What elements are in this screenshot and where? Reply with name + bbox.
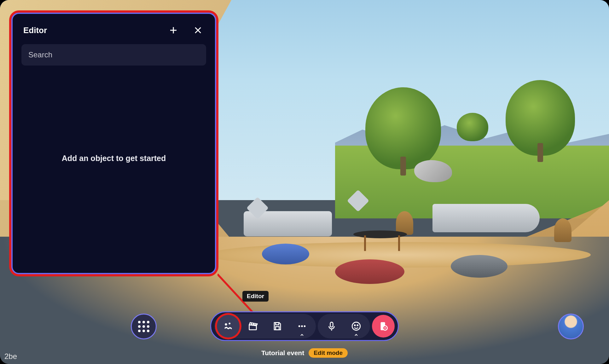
action-button[interactable]	[241, 315, 264, 338]
more-button[interactable]	[291, 315, 313, 338]
tree	[457, 113, 488, 141]
svg-point-5	[225, 323, 227, 326]
coffee-table	[353, 230, 407, 238]
close-icon	[193, 26, 203, 35]
svg-rect-15	[330, 322, 333, 327]
editor-title: Editor	[23, 26, 47, 35]
more-icon	[297, 321, 307, 332]
ottoman-grey	[451, 255, 508, 278]
smile-icon	[351, 321, 362, 332]
clapper-icon	[247, 321, 258, 332]
chevron-up-icon	[354, 334, 358, 336]
grid-icon	[138, 321, 149, 332]
search-input[interactable]	[21, 44, 206, 66]
ottoman-red	[335, 259, 404, 284]
leave-icon	[378, 321, 389, 332]
svg-point-12	[299, 325, 300, 327]
svg-point-6	[229, 323, 230, 325]
corner-code: 2be	[4, 352, 17, 361]
microphone-button[interactable]	[320, 315, 343, 338]
avatar-button[interactable]	[558, 314, 584, 339]
bottom-toolbar	[210, 311, 399, 341]
sofa	[432, 204, 540, 232]
svg-point-19	[357, 325, 358, 326]
tree	[365, 87, 441, 169]
editor-button[interactable]	[217, 315, 240, 338]
editor-icon	[223, 321, 234, 332]
svg-rect-10	[276, 323, 279, 325]
save-icon	[272, 321, 283, 332]
add-button[interactable]	[167, 24, 180, 37]
event-name: Tutorial event	[261, 349, 304, 357]
empty-state-message: Add an object to get started	[21, 154, 206, 163]
svg-rect-11	[276, 326, 279, 330]
reactions-button[interactable]	[345, 315, 368, 338]
close-button[interactable]	[192, 24, 204, 37]
svg-point-18	[354, 325, 355, 326]
svg-point-17	[352, 322, 360, 330]
tree	[506, 80, 575, 156]
editor-tooltip: Editor	[242, 291, 269, 302]
save-button[interactable]	[266, 315, 289, 338]
status-bar: Tutorial event Edit mode	[261, 348, 348, 358]
chevron-up-icon	[300, 334, 304, 336]
svg-point-14	[304, 325, 306, 327]
svg-point-13	[301, 325, 303, 327]
microphone-icon	[326, 321, 337, 332]
app-viewport: Editor Add an object to get started Edit…	[0, 0, 609, 364]
mode-badge: Edit mode	[309, 348, 348, 358]
apps-button[interactable]	[131, 314, 157, 339]
side-table	[554, 218, 571, 242]
leave-button[interactable]	[372, 315, 395, 338]
editor-panel: Editor Add an object to get started	[11, 13, 216, 274]
plus-icon	[169, 26, 178, 35]
ottoman-blue	[262, 244, 309, 264]
